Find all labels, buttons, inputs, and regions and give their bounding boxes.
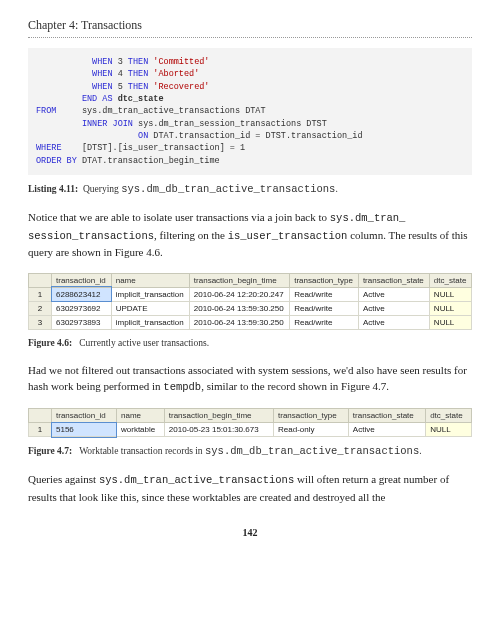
- table-header-row: transaction_id name transaction_begin_ti…: [29, 273, 472, 287]
- figure-caption-46: Figure 4.6: Currently active user transa…: [28, 338, 472, 348]
- table-row: 1 6288623412 implicit_transaction 2010-0…: [29, 287, 472, 301]
- kw-when: WHEN: [92, 57, 112, 67]
- listing-caption: Listing 4.11: Querying sys.dm_db_tran_ac…: [28, 183, 472, 195]
- table-row: 2 6302973692 UPDATE 2010-06-24 13:59:30.…: [29, 301, 472, 315]
- results-table-47: transaction_id name transaction_begin_ti…: [28, 408, 472, 437]
- sql-code-block: WHEN 3 THEN 'Committed' WHEN 4 THEN 'Abo…: [28, 48, 472, 175]
- table-row: 1 5156 worktable 2010-05-23 15:01:30.673…: [29, 423, 472, 437]
- table-row: 3 6302973893 implicit_transaction 2010-0…: [29, 315, 472, 329]
- divider: [28, 37, 472, 38]
- paragraph-1: Notice that we are able to isolate user …: [28, 209, 472, 261]
- page: Chapter 4: Transactions WHEN 3 THEN 'Com…: [0, 0, 500, 558]
- page-number: 142: [28, 527, 472, 538]
- chapter-title: Chapter 4: Transactions: [28, 18, 472, 33]
- results-table-46: transaction_id name transaction_begin_ti…: [28, 273, 472, 330]
- paragraph-2: Had we not filtered out transactions ass…: [28, 362, 472, 396]
- paragraph-3: Queries against sys.dm_tran_active_trans…: [28, 471, 472, 505]
- figure-caption-47: Figure 4.7: Worktable transaction record…: [28, 445, 472, 457]
- table-header-row: transaction_id name transaction_begin_ti…: [29, 409, 472, 423]
